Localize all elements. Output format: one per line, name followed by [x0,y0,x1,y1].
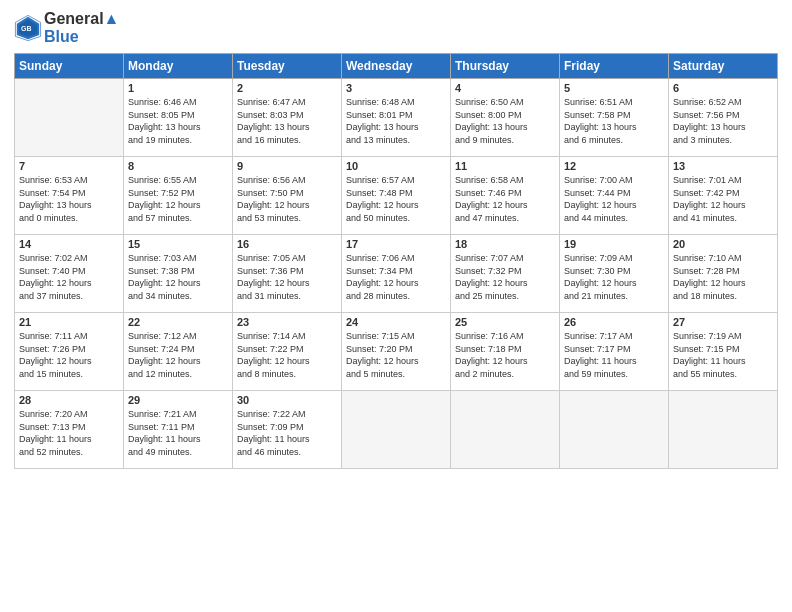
day-number: 20 [673,238,773,250]
calendar-cell: 7Sunrise: 6:53 AM Sunset: 7:54 PM Daylig… [15,157,124,235]
day-info: Sunrise: 7:17 AM Sunset: 7:17 PM Dayligh… [564,330,664,380]
day-info: Sunrise: 7:10 AM Sunset: 7:28 PM Dayligh… [673,252,773,302]
day-number: 30 [237,394,337,406]
day-info: Sunrise: 6:46 AM Sunset: 8:05 PM Dayligh… [128,96,228,146]
calendar-cell [669,391,778,469]
day-number: 6 [673,82,773,94]
calendar-cell: 8Sunrise: 6:55 AM Sunset: 7:52 PM Daylig… [124,157,233,235]
calendar-cell [342,391,451,469]
calendar-cell: 19Sunrise: 7:09 AM Sunset: 7:30 PM Dayli… [560,235,669,313]
day-info: Sunrise: 7:02 AM Sunset: 7:40 PM Dayligh… [19,252,119,302]
day-info: Sunrise: 7:03 AM Sunset: 7:38 PM Dayligh… [128,252,228,302]
header-cell-tuesday: Tuesday [233,54,342,79]
day-number: 29 [128,394,228,406]
logo-icon: GB [14,14,42,42]
day-info: Sunrise: 6:53 AM Sunset: 7:54 PM Dayligh… [19,174,119,224]
calendar-cell: 10Sunrise: 6:57 AM Sunset: 7:48 PM Dayli… [342,157,451,235]
header-cell-thursday: Thursday [451,54,560,79]
calendar-cell: 20Sunrise: 7:10 AM Sunset: 7:28 PM Dayli… [669,235,778,313]
calendar-cell: 6Sunrise: 6:52 AM Sunset: 7:56 PM Daylig… [669,79,778,157]
day-info: Sunrise: 7:09 AM Sunset: 7:30 PM Dayligh… [564,252,664,302]
header-row: SundayMondayTuesdayWednesdayThursdayFrid… [15,54,778,79]
header-cell-friday: Friday [560,54,669,79]
week-row-5: 28Sunrise: 7:20 AM Sunset: 7:13 PM Dayli… [15,391,778,469]
calendar-cell: 23Sunrise: 7:14 AM Sunset: 7:22 PM Dayli… [233,313,342,391]
calendar-cell: 11Sunrise: 6:58 AM Sunset: 7:46 PM Dayli… [451,157,560,235]
day-info: Sunrise: 7:15 AM Sunset: 7:20 PM Dayligh… [346,330,446,380]
day-info: Sunrise: 7:11 AM Sunset: 7:26 PM Dayligh… [19,330,119,380]
day-info: Sunrise: 7:21 AM Sunset: 7:11 PM Dayligh… [128,408,228,458]
day-info: Sunrise: 6:51 AM Sunset: 7:58 PM Dayligh… [564,96,664,146]
calendar-cell: 2Sunrise: 6:47 AM Sunset: 8:03 PM Daylig… [233,79,342,157]
day-number: 2 [237,82,337,94]
day-info: Sunrise: 6:57 AM Sunset: 7:48 PM Dayligh… [346,174,446,224]
day-info: Sunrise: 7:16 AM Sunset: 7:18 PM Dayligh… [455,330,555,380]
day-number: 5 [564,82,664,94]
logo: GB General▲ Blue [14,10,119,45]
calendar-cell: 27Sunrise: 7:19 AM Sunset: 7:15 PM Dayli… [669,313,778,391]
day-number: 28 [19,394,119,406]
page: GB General▲ Blue SundayMondayTuesdayWedn… [0,0,792,612]
calendar-cell: 9Sunrise: 6:56 AM Sunset: 7:50 PM Daylig… [233,157,342,235]
day-info: Sunrise: 6:52 AM Sunset: 7:56 PM Dayligh… [673,96,773,146]
week-row-3: 14Sunrise: 7:02 AM Sunset: 7:40 PM Dayli… [15,235,778,313]
day-number: 10 [346,160,446,172]
calendar-cell: 3Sunrise: 6:48 AM Sunset: 8:01 PM Daylig… [342,79,451,157]
calendar-cell: 15Sunrise: 7:03 AM Sunset: 7:38 PM Dayli… [124,235,233,313]
day-info: Sunrise: 7:00 AM Sunset: 7:44 PM Dayligh… [564,174,664,224]
day-info: Sunrise: 6:50 AM Sunset: 8:00 PM Dayligh… [455,96,555,146]
calendar-cell: 5Sunrise: 6:51 AM Sunset: 7:58 PM Daylig… [560,79,669,157]
calendar-cell: 18Sunrise: 7:07 AM Sunset: 7:32 PM Dayli… [451,235,560,313]
day-number: 18 [455,238,555,250]
day-info: Sunrise: 6:48 AM Sunset: 8:01 PM Dayligh… [346,96,446,146]
day-number: 19 [564,238,664,250]
day-number: 26 [564,316,664,328]
calendar-cell: 1Sunrise: 6:46 AM Sunset: 8:05 PM Daylig… [124,79,233,157]
day-info: Sunrise: 7:01 AM Sunset: 7:42 PM Dayligh… [673,174,773,224]
day-info: Sunrise: 6:47 AM Sunset: 8:03 PM Dayligh… [237,96,337,146]
calendar-cell [15,79,124,157]
day-number: 16 [237,238,337,250]
calendar-cell: 28Sunrise: 7:20 AM Sunset: 7:13 PM Dayli… [15,391,124,469]
calendar-cell: 13Sunrise: 7:01 AM Sunset: 7:42 PM Dayli… [669,157,778,235]
calendar-cell: 4Sunrise: 6:50 AM Sunset: 8:00 PM Daylig… [451,79,560,157]
calendar-cell: 30Sunrise: 7:22 AM Sunset: 7:09 PM Dayli… [233,391,342,469]
day-number: 11 [455,160,555,172]
day-number: 8 [128,160,228,172]
calendar-cell: 29Sunrise: 7:21 AM Sunset: 7:11 PM Dayli… [124,391,233,469]
calendar-cell [560,391,669,469]
day-info: Sunrise: 7:07 AM Sunset: 7:32 PM Dayligh… [455,252,555,302]
day-number: 23 [237,316,337,328]
logo-text: General▲ Blue [44,10,119,45]
day-number: 22 [128,316,228,328]
day-number: 21 [19,316,119,328]
calendar-cell: 21Sunrise: 7:11 AM Sunset: 7:26 PM Dayli… [15,313,124,391]
day-info: Sunrise: 7:06 AM Sunset: 7:34 PM Dayligh… [346,252,446,302]
day-number: 3 [346,82,446,94]
day-number: 4 [455,82,555,94]
day-info: Sunrise: 7:05 AM Sunset: 7:36 PM Dayligh… [237,252,337,302]
day-info: Sunrise: 7:19 AM Sunset: 7:15 PM Dayligh… [673,330,773,380]
calendar-cell: 17Sunrise: 7:06 AM Sunset: 7:34 PM Dayli… [342,235,451,313]
day-number: 13 [673,160,773,172]
week-row-1: 1Sunrise: 6:46 AM Sunset: 8:05 PM Daylig… [15,79,778,157]
day-info: Sunrise: 6:56 AM Sunset: 7:50 PM Dayligh… [237,174,337,224]
day-number: 24 [346,316,446,328]
header-cell-sunday: Sunday [15,54,124,79]
header-cell-saturday: Saturday [669,54,778,79]
day-number: 7 [19,160,119,172]
day-info: Sunrise: 7:12 AM Sunset: 7:24 PM Dayligh… [128,330,228,380]
calendar-table: SundayMondayTuesdayWednesdayThursdayFrid… [14,53,778,469]
day-number: 1 [128,82,228,94]
calendar-cell: 16Sunrise: 7:05 AM Sunset: 7:36 PM Dayli… [233,235,342,313]
svg-text:GB: GB [21,24,32,31]
day-number: 14 [19,238,119,250]
day-number: 12 [564,160,664,172]
day-number: 27 [673,316,773,328]
calendar-cell: 26Sunrise: 7:17 AM Sunset: 7:17 PM Dayli… [560,313,669,391]
calendar-cell: 14Sunrise: 7:02 AM Sunset: 7:40 PM Dayli… [15,235,124,313]
header-cell-wednesday: Wednesday [342,54,451,79]
calendar-cell [451,391,560,469]
header: GB General▲ Blue [14,10,778,45]
calendar-cell: 22Sunrise: 7:12 AM Sunset: 7:24 PM Dayli… [124,313,233,391]
